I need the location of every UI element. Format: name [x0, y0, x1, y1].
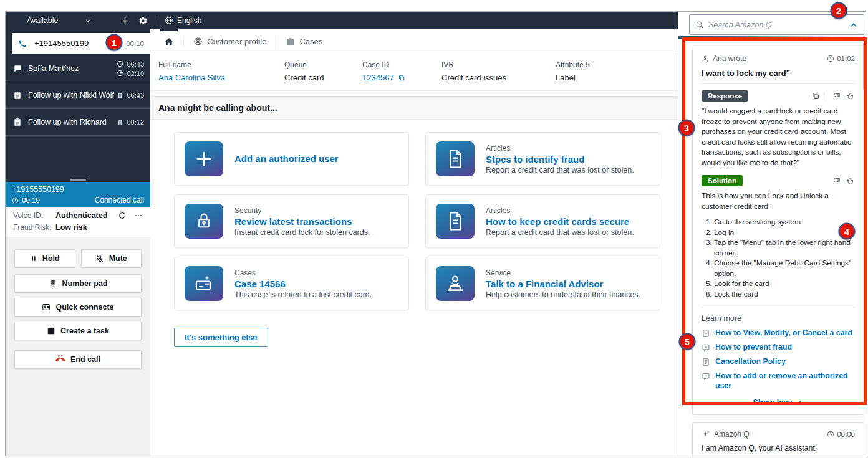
card-title-link[interactable]: Case 14566: [234, 279, 372, 289]
copy-icon[interactable]: [398, 74, 405, 82]
clock-icon: [827, 55, 834, 62]
solution-intro: This is how you can Lock and Unlock a cu…: [702, 191, 855, 211]
card-title-link[interactable]: Review latest transactions: [234, 216, 370, 227]
mute-button[interactable]: Mute: [81, 249, 142, 268]
card-talk-to-financial-advisor[interactable]: Service Talk to a Financial Advisor Help…: [425, 257, 660, 310]
message-author: Ana wrote: [713, 54, 746, 63]
card-review-latest-transactions[interactable]: Security Review latest transactions Inst…: [174, 194, 409, 248]
suggestions-section-title: Ana might be calling about...: [150, 96, 678, 120]
contact-item-active-call[interactable]: +19145550199 00:10: [12, 33, 150, 54]
person-icon: [702, 55, 709, 62]
card-tile: [436, 141, 475, 176]
phone-icon: [18, 39, 27, 48]
refresh-icon[interactable]: [118, 211, 127, 220]
card-tile: [436, 204, 475, 239]
hold-label: Hold: [42, 254, 60, 263]
number-pad-button[interactable]: Number pad: [14, 274, 142, 293]
card-category: Cases: [234, 269, 372, 277]
language-selector[interactable]: English: [165, 16, 201, 25]
agent-status-dropdown[interactable]: Available: [27, 16, 92, 25]
clock-icon: [117, 60, 123, 67]
sidebar: +19145550199 00:10 Sofía Martínez 06:43: [6, 29, 150, 456]
message-time: 01:02: [837, 55, 855, 62]
hold-button[interactable]: Hold: [14, 249, 75, 268]
chevron-up-icon[interactable]: [849, 21, 858, 29]
field-queue: Queue Credit card: [284, 60, 362, 82]
resize-handle[interactable]: [70, 179, 86, 181]
duration-icon: [117, 70, 123, 77]
create-task-label: Create a task: [60, 327, 109, 335]
copy-icon[interactable]: [811, 92, 820, 100]
show-less-button[interactable]: Show less: [702, 398, 855, 407]
contact-timer: 06:43: [127, 92, 144, 99]
link-label: How to add or remove an authorized user: [715, 371, 855, 391]
create-task-button[interactable]: Create a task: [14, 322, 142, 340]
field-value: Credit card: [284, 73, 356, 82]
scrollbar-thumb[interactable]: [863, 42, 866, 90]
learn-more-link[interactable]: How to prevent fraud: [702, 343, 855, 353]
learn-more-link[interactable]: How to View, Modify, or Cancel a card: [702, 328, 855, 338]
main-content: Customer profile Cases Full name Ana Car…: [150, 29, 678, 456]
card-tile: [185, 204, 223, 239]
pause-icon: [117, 119, 123, 126]
thumb-down-icon[interactable]: [832, 92, 841, 100]
its-something-else-button[interactable]: It's something else: [174, 328, 268, 347]
card-title-link[interactable]: How to keep credit cards secure: [486, 216, 634, 227]
end-call-button[interactable]: End call: [14, 350, 142, 369]
gear-icon: [138, 16, 148, 26]
solution-step: Tap the "Menu" tab in the lower right ha…: [714, 237, 855, 258]
agent-workspace-window: Available English +19145550199: [5, 11, 866, 456]
card-title-link[interactable]: Stpes to identify fraud: [486, 154, 634, 165]
solution-step: Go to the servicing system: [714, 217, 855, 227]
solution-badge: Solution: [702, 175, 743, 186]
tab-home[interactable]: [155, 29, 183, 54]
thumb-up-icon[interactable]: [846, 176, 855, 185]
contact-item-chat[interactable]: Sofía Martínez 06:43 02:10: [6, 55, 150, 82]
task-icon: [13, 118, 22, 126]
briefcase-icon: [47, 327, 55, 335]
field-label: Attribute 5: [556, 60, 590, 69]
contact-timer: 00:10: [126, 40, 144, 47]
settings-button[interactable]: [138, 16, 148, 26]
solution-step: Look for the card: [714, 279, 855, 289]
learn-more-link[interactable]: Cancellation Policy: [702, 357, 855, 367]
card-tile: [185, 266, 223, 301]
lock-icon: [193, 211, 215, 232]
fraud-risk-label: Fraud Risk:: [13, 223, 55, 232]
card-description: This case is related to a lost credit ca…: [234, 290, 372, 299]
card-case-14566[interactable]: Cases Case 14566 This case is related to…: [174, 257, 409, 310]
clock-icon: [827, 431, 834, 438]
tab-customer-profile[interactable]: Customer profile: [184, 29, 276, 54]
learn-more-link[interactable]: How to add or remove an authorized user: [702, 371, 855, 391]
fraud-risk-value: Low risk: [55, 223, 87, 232]
card-title-link[interactable]: Talk to a Financial Advisor: [486, 279, 640, 289]
contact-list: +19145550199 00:10 Sofía Martínez 06:43: [6, 29, 150, 177]
voice-id-section: Voice ID: Authenticated Fraud Risk: Low …: [6, 207, 150, 237]
search-input[interactable]: [708, 21, 845, 29]
card-title-link[interactable]: Add an authorized user: [234, 153, 339, 164]
card-steps-identify-fraud[interactable]: Articles Stpes to identify fraud Report …: [425, 132, 660, 186]
contact-timer: 06:43: [127, 60, 144, 68]
customer-utterance: I want to lock my card": [702, 69, 855, 78]
contact-item-task[interactable]: Follow up with Nikki Wolf 06:43: [6, 82, 150, 109]
card-add-authorized-user[interactable]: Add an authorized user: [174, 132, 409, 186]
sparkle-icon: [702, 430, 710, 439]
card-keep-credit-cards-secure[interactable]: Articles How to keep credit cards secure…: [425, 194, 660, 248]
chat-square-icon: [702, 343, 710, 352]
quick-connects-button[interactable]: Quick connects: [14, 298, 142, 317]
tab-cases[interactable]: Cases: [276, 29, 332, 54]
card-category: Articles: [486, 206, 634, 215]
ellipsis-icon[interactable]: [134, 211, 143, 220]
link-label: How to View, Modify, or Cancel a card: [715, 328, 852, 338]
search-icon: [695, 21, 704, 29]
contact-item-task[interactable]: Follow up with Richard 08:12: [6, 109, 150, 136]
field-attribute-5: Attribute 5 Label: [556, 60, 596, 82]
thumb-down-icon[interactable]: [832, 176, 841, 185]
new-contact-button[interactable]: [120, 16, 130, 26]
case-id-link[interactable]: 1234567: [362, 73, 394, 82]
customer-name-link[interactable]: Ana Carolina Silva: [158, 73, 225, 82]
card-description: Instant credit card lock for stolen card…: [234, 228, 370, 237]
contact-label: +19145550199: [34, 39, 89, 48]
thumb-up-icon[interactable]: [846, 92, 855, 100]
suggestion-cards: Add an authorized user Articles Stpes to…: [150, 120, 678, 310]
